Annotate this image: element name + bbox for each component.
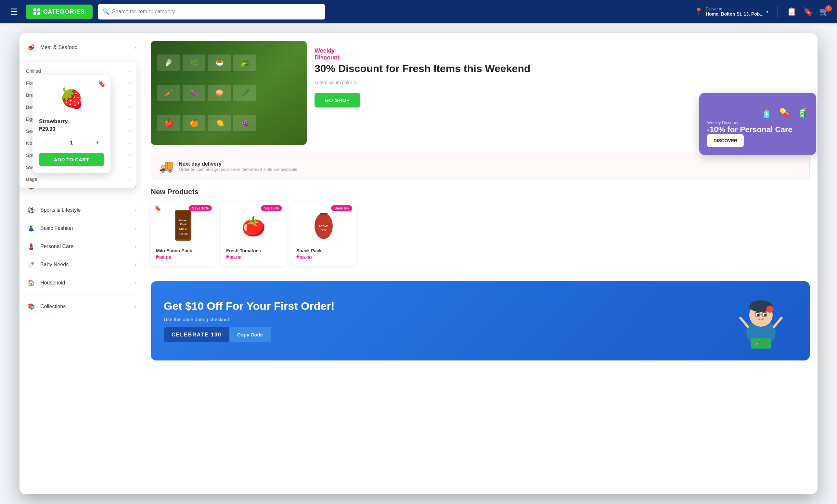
veggie-box-6: 🍆 [183,85,206,101]
chevron-right-icon: › [135,304,136,309]
section-title: New Products [151,188,810,196]
quantity-control: − 1 + [39,137,104,149]
veggie-box-5: 🥕 [157,85,180,101]
promo-character: 🥕🌿 [725,292,797,350]
svg-point-16 [757,314,759,316]
chevron-right-icon: › [129,105,130,109]
deliver-to-section[interactable]: 📍 Deliver to Home, Bolton St. 13, Pob...… [694,7,768,17]
new-products-section: New Products 🔖 Save 10% Econo Pack MILO [151,188,810,274]
discover-button[interactable]: DISCOVER [707,134,744,147]
pc-bottle-1: 🧴 [759,98,774,127]
svg-text:Econo: Econo [179,219,188,222]
chevron-right-icon: › [129,165,130,169]
svg-text:SNACK: SNACK [319,224,328,227]
product-image: 🍓 [52,82,91,114]
sidebar-item-baby-needs[interactable]: 🍼 Baby Needs › [19,256,143,274]
chevron-right-icon: › [129,129,130,133]
sidebar-divider-2 [25,295,138,295]
chevron-right-icon: › [129,153,130,157]
promo-code: CELEBRATE 100 [164,327,229,342]
product-name: Strawberry [39,118,104,125]
product-price: ₱29.90 [39,126,104,132]
quantity-decrease-button[interactable]: − [39,137,52,149]
svg-text:🥕🌿: 🥕🌿 [754,340,768,347]
hero-image: 🥬 🌿 🥗 🥦 🥕 🍆 🧅 🥒 🍎 [151,41,307,145]
content-card: 🥩 Meat & Seafood › 🥦 Fruits & Vegetables… [19,33,818,494]
svg-line-21 [741,318,748,327]
search-bar: 🔍 [98,4,325,19]
pc-products: 🧴 💊 🧃 [759,98,811,127]
go-shop-button[interactable]: GO SHOP [315,93,360,108]
veggie-box-8: 🥒 [233,85,256,101]
pc-bottle-3: 🧃 [795,98,811,127]
quantity-increase-button[interactable]: + [91,137,104,149]
chevron-right-icon: › [129,93,130,97]
product-card-name: Milo Econo Pack [156,248,211,253]
sidebar-item-personal-care[interactable]: 💄 Personal Care › [19,237,143,256]
veggie-box-10: 🍊 [183,115,206,131]
save-badge: Save 5% [261,205,282,211]
chevron-right-icon: › [135,280,136,285]
collections-icon: 📚 [26,301,36,312]
chevron-right-icon: › [129,80,130,86]
quantity-value: 1 [52,140,91,146]
hamburger-button[interactable]: ☰ [8,4,20,19]
personal-care-icon: 💄 [26,241,36,252]
save-badge: Save 8% [331,205,352,211]
svg-point-17 [764,314,766,316]
navbar: ☰ CATEGORIES 🔍 📍 Deliver to Home, Bolton… [0,0,837,23]
add-to-cart-button[interactable]: ADD TO CART [39,153,104,166]
svg-text:Pack: Pack [180,223,186,226]
submenu-bags[interactable]: Bags › [19,173,137,185]
product-popup: 🔖 🍓 Strawberry ₱29.90 − 1 + ADD TO CART [33,75,110,173]
product-card-price: ₱45.00 [226,255,281,260]
categories-button[interactable]: CATEGORIES [26,4,93,19]
svg-text:NESTLE: NESTLE [179,233,188,235]
promo-card: Get $10 Off For Your First Order! Use th… [151,281,810,360]
chevron-right-icon: › [129,141,130,146]
hero-title: 30% Discount for Fresh Items this Weeken… [315,62,810,75]
delivery-title: Next day delivery [179,161,297,167]
veggie-box-2: 🌿 [183,55,206,71]
product-bookmark-icon: 🔖 [155,205,161,211]
bookmark-button[interactable]: 🔖 [803,7,813,16]
sidebar-item-fashion[interactable]: 👗 Basic Fashion › [19,219,143,237]
chevron-right-icon: › [129,117,130,122]
product-card-price: ₱35.00 [296,255,351,260]
svg-text:PACK: PACK [321,229,327,231]
nav-divider [778,6,778,18]
product-card-tomatoes: Save 5% 🍅 Fresh Tomatoes ₱45.00 [221,201,286,266]
promo-code-row: CELEBRATE 100 Copy Code [164,327,717,342]
edit-list-button[interactable]: 📋 [787,7,797,16]
product-card-name: Fresh Tomatoes [226,248,281,253]
save-badge: Save 10% [189,205,212,211]
delivery-truck-icon: 🚚 [159,160,174,173]
main-area: 🥩 Meat & Seafood › 🥦 Fruits & Vegetables… [0,23,837,504]
categories-icon [34,8,40,15]
fashion-icon: 👗 [26,223,36,234]
svg-text:MILO: MILO [179,227,188,231]
sidebar-item-household[interactable]: 🏠 Household › [19,274,143,292]
chevron-right-icon: › [135,226,136,231]
veggie-box-11: 🍋 [208,115,231,131]
veggie-box-9: 🍎 [157,115,180,131]
hero-discount-label: Discount [315,54,340,61]
products-grid: 🔖 Save 10% Econo Pack MILO NESTLE [151,201,810,266]
veggie-box-7: 🧅 [208,85,231,101]
chevron-down-icon: ▾ [766,9,768,14]
hero-weekly-label: Weekly [315,48,335,54]
product-bookmark-button[interactable]: 🔖 [98,80,106,88]
search-input[interactable] [98,4,325,19]
veggie-box-1: 🥬 [157,55,180,71]
delivery-subtitle: Order by 5pm and get your order tomorrow… [179,167,297,172]
sidebar-item-meat-seafood[interactable]: 🥩 Meat & Seafood › [19,38,143,56]
cart-badge: 4 [825,5,832,12]
product-card-snacks: Save 8% SNACK PACK Snack Pack ₱35.00 [291,201,356,266]
copy-code-button[interactable]: Copy Code [229,327,271,342]
chevron-right-icon: › [129,69,130,73]
chevron-right-icon: › [129,177,130,182]
sidebar-item-sports[interactable]: ⚽ Sports & Lifestyle › [19,201,143,219]
sidebar-item-collections[interactable]: 📚 Collections › [19,297,143,316]
cart-button[interactable]: 🛒 4 [819,7,829,16]
chevron-right-icon: › [135,244,136,249]
